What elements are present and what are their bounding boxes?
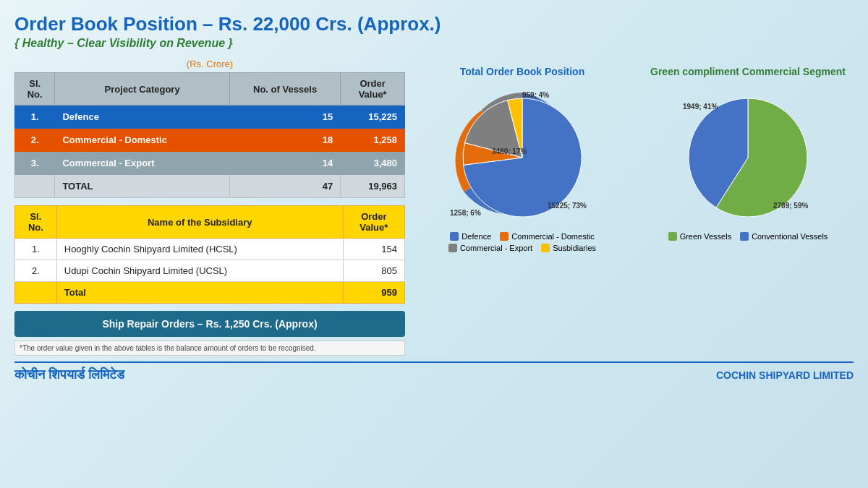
cell-vessels: 14 <box>229 152 340 175</box>
legend-export: Commercial - Export <box>448 244 532 252</box>
cell-sl: 1. <box>15 106 55 129</box>
legend-green: Green Vessels <box>668 232 732 241</box>
footer: कोचीन शिपयार्ड लिमिटेड COCHIN SHIPYARD L… <box>14 361 854 382</box>
header-subtitle: { Healthy – Clear Visibility on Revenue … <box>14 37 854 50</box>
cell-value: 959 <box>343 282 404 304</box>
sub-col-value: OrderValue* <box>343 206 404 239</box>
table-row: Total959 <box>15 282 405 304</box>
cell-category: TOTAL <box>55 175 230 198</box>
chart1-svg: 15225; 73% 1258; 6% 3480; 17% 959; 4% <box>443 82 602 226</box>
footer-left: कोचीन शिपयार्ड लिमिटेड <box>14 367 124 382</box>
cell-sl: 3. <box>15 152 55 175</box>
table-row: 2.Commercial - Domestic181,258 <box>15 129 405 152</box>
cell-name: Total <box>56 282 343 304</box>
col-vessels: No. of Vessels <box>229 73 340 106</box>
chart1-title: Total Order Book Position <box>460 66 584 77</box>
rs-crore-label: (Rs. Crore) <box>14 59 405 69</box>
cell-value: 154 <box>343 239 404 260</box>
svg-text:3480; 17%: 3480; 17% <box>492 147 527 155</box>
table-row: 1.Defence1515,225 <box>15 106 405 129</box>
table-row: TOTAL4719,963 <box>15 175 405 198</box>
cell-value: 805 <box>343 260 404 282</box>
legend-defence: Defence <box>450 232 491 241</box>
cell-sl <box>15 282 57 304</box>
cell-sl: 1. <box>15 239 57 260</box>
col-value: OrderValue* <box>341 73 405 106</box>
cell-vessels: 15 <box>229 106 340 129</box>
charts-row: Total Order Book Position <box>417 66 854 356</box>
chart1-legend: Defence Commercial - Domestic Commercial… <box>417 232 628 252</box>
right-panel: Total Order Book Position <box>417 59 854 356</box>
chart2-svg: 2789; 59% 1949; 41% <box>668 82 827 226</box>
chart1-container: Total Order Book Position <box>417 66 628 356</box>
cell-name: Hooghly Cochin Shipyard Limited (HCSL) <box>56 239 343 260</box>
cell-value: 1,258 <box>341 129 405 152</box>
legend-subsidiaries-dot <box>541 244 550 252</box>
col-category: Project Category <box>55 73 230 106</box>
legend-subsidiaries: Susbidiaries <box>541 244 596 252</box>
sub-col-sl: Sl.No. <box>15 206 57 239</box>
cell-value: 19,963 <box>341 175 405 198</box>
cell-value: 15,225 <box>341 106 405 129</box>
svg-text:15225; 73%: 15225; 73% <box>548 202 587 210</box>
cell-sl: 2. <box>15 129 55 152</box>
cell-category: Commercial - Export <box>55 152 230 175</box>
svg-text:1949; 41%: 1949; 41% <box>683 103 718 111</box>
svg-text:959; 4%: 959; 4% <box>522 91 549 99</box>
cell-category: Commercial - Domestic <box>55 129 230 152</box>
chart2-container: Green compliment Commercial Segment 2789… <box>642 66 854 356</box>
legend-conventional: Conventional Vessels <box>740 232 827 241</box>
order-book-table: Sl.No. Project Category No. of Vessels O… <box>14 72 405 198</box>
legend-domestic: Commercial - Domestic <box>500 232 594 241</box>
table-row: 2.Udupi Cochin Shipyard Limited (UCSL)80… <box>15 260 405 282</box>
footer-right: COCHIN SHIPYARD LIMITED <box>716 369 854 381</box>
cell-value: 3,480 <box>341 152 405 175</box>
legend-defence-dot <box>450 232 459 241</box>
cell-sl: 2. <box>15 260 57 282</box>
legend-green-dot <box>668 232 677 241</box>
ship-repair-box: Ship Repair Orders – Rs. 1,250 Crs. (App… <box>14 311 405 337</box>
cell-category: Defence <box>55 106 230 129</box>
col-sl: Sl.No. <box>15 73 55 106</box>
table-row: 1.Hooghly Cochin Shipyard Limited (HCSL)… <box>15 239 405 260</box>
left-panel: (Rs. Crore) Sl.No. Project Category No. … <box>14 59 405 356</box>
chart2-title: Green compliment Commercial Segment <box>650 66 846 77</box>
table-row: 3.Commercial - Export143,480 <box>15 152 405 175</box>
page-container: Order Book Position – Rs. 22,000 Crs. (A… <box>0 0 868 488</box>
header-title: Order Book Position – Rs. 22,000 Crs. (A… <box>14 13 854 35</box>
cell-sl <box>15 175 55 198</box>
svg-text:2789; 59%: 2789; 59% <box>773 202 808 210</box>
subsidiary-table: Sl.No. Name of the Subsidiary OrderValue… <box>14 205 405 304</box>
legend-export-dot <box>448 244 457 252</box>
sub-col-name: Name of the Subsidiary <box>56 206 343 239</box>
legend-conventional-dot <box>740 232 749 241</box>
svg-text:1258; 6%: 1258; 6% <box>450 209 481 217</box>
footnote: *The order value given in the above tabl… <box>14 341 405 356</box>
cell-name: Udupi Cochin Shipyard Limited (UCSL) <box>56 260 343 282</box>
chart2-legend: Green Vessels Conventional Vessels <box>668 232 828 241</box>
cell-vessels: 18 <box>229 129 340 152</box>
cell-vessels: 47 <box>229 175 340 198</box>
legend-domestic-dot <box>500 232 509 241</box>
